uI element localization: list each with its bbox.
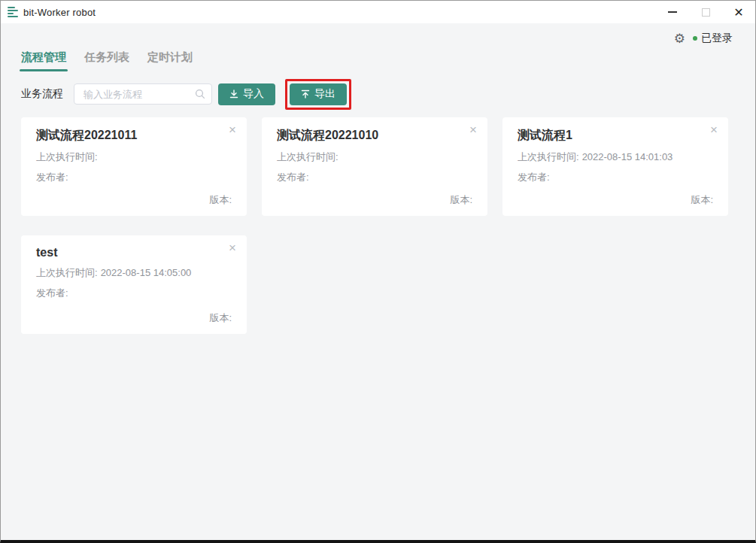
login-status: 已登录	[693, 32, 733, 45]
tab-task-list[interactable]: 任务列表	[84, 50, 129, 71]
last-run-label: 上次执行时间:	[36, 267, 98, 278]
annotation-highlight-box: 导出	[285, 79, 351, 110]
publisher-label: 发布者:	[518, 171, 550, 183]
close-icon[interactable]: ×	[229, 123, 236, 136]
search-icon	[195, 89, 205, 99]
import-button-label: 导入	[243, 87, 264, 101]
gear-icon[interactable]: ⚙	[674, 32, 685, 45]
publisher-label: 发布者:	[36, 171, 68, 183]
last-run-label: 上次执行时间:	[518, 151, 579, 162]
close-icon[interactable]: ×	[229, 241, 236, 254]
publisher-label: 发布者:	[277, 171, 309, 183]
title-bar: bit-Worker robot ✕	[1, 1, 755, 23]
version-label: 版本:	[450, 194, 472, 205]
version-row: 版本:	[209, 311, 232, 325]
version-row: 版本:	[209, 193, 232, 207]
version-row: 版本:	[691, 193, 713, 207]
last-run-label: 上次执行时间:	[36, 151, 98, 162]
window-controls: ✕	[656, 1, 755, 23]
flow-card-title: 测试流程1	[518, 128, 713, 144]
publisher-row: 发布者:	[36, 171, 232, 184]
last-run-row: 上次执行时间:2022-08-15 14:05:00	[36, 266, 232, 280]
flow-card[interactable]: × test 上次执行时间:2022-08-15 14:05:00 发布者: 版…	[21, 235, 247, 334]
app-logo-icon	[8, 7, 18, 17]
export-button-label: 导出	[314, 87, 335, 101]
last-run-value: 2022-08-15 14:01:03	[582, 151, 673, 162]
version-label: 版本:	[691, 194, 713, 205]
close-button[interactable]: ✕	[722, 1, 755, 23]
publisher-row: 发布者:	[36, 287, 232, 300]
status-row: ⚙ 已登录	[21, 28, 735, 49]
tab-bar: 流程管理 任务列表 定时计划	[21, 50, 735, 71]
flow-card-title: 测试流程20221010	[277, 128, 472, 144]
tab-schedule[interactable]: 定时计划	[147, 50, 193, 71]
last-run-row: 上次执行时间:	[277, 150, 472, 164]
flow-card[interactable]: × 测试流程20221010 上次执行时间: 发布者: 版本:	[262, 117, 487, 216]
maximize-icon	[702, 8, 710, 17]
business-flow-label: 业务流程	[21, 87, 63, 101]
close-icon[interactable]: ×	[710, 123, 718, 136]
last-run-row: 上次执行时间:	[36, 150, 232, 164]
main-content: ⚙ 已登录 流程管理 任务列表 定时计划 业务流程	[1, 28, 755, 334]
toolbar: 业务流程 导入 导出	[21, 77, 735, 111]
search-box	[74, 83, 212, 105]
flow-card[interactable]: × 测试流程1 上次执行时间:2022-08-15 14:01:03 发布者: …	[502, 117, 728, 216]
publisher-row: 发布者:	[277, 171, 472, 184]
import-button[interactable]: 导入	[218, 83, 275, 105]
last-run-value: 2022-08-15 14:05:00	[101, 267, 192, 278]
app-title: bit-Worker robot	[23, 7, 96, 18]
tab-process-management[interactable]: 流程管理	[21, 50, 66, 71]
download-icon	[229, 89, 238, 99]
app-window: bit-Worker robot ✕ ⚙ 已登录 流程管理 任务列表 定时计划 …	[0, 0, 756, 543]
maximize-button[interactable]	[689, 1, 722, 23]
export-button[interactable]: 导出	[290, 83, 347, 105]
upload-icon	[301, 89, 310, 99]
minimize-button[interactable]	[656, 1, 689, 23]
status-dot-icon	[693, 36, 697, 41]
flow-card-title: 测试流程20221011	[36, 128, 232, 144]
close-icon[interactable]: ×	[469, 123, 477, 136]
minimize-icon	[668, 11, 677, 13]
flow-card-title: test	[36, 246, 232, 259]
last-run-row: 上次执行时间:2022-08-15 14:01:03	[518, 150, 713, 164]
last-run-label: 上次执行时间:	[277, 151, 339, 162]
publisher-row: 发布者:	[518, 171, 713, 184]
login-status-text: 已登录	[701, 32, 733, 45]
publisher-label: 发布者:	[36, 287, 68, 299]
version-label: 版本:	[209, 194, 232, 205]
version-label: 版本:	[209, 312, 232, 323]
flow-card[interactable]: × 测试流程20221011 上次执行时间: 发布者: 版本:	[21, 117, 247, 216]
flow-card-grid: × 测试流程20221011 上次执行时间: 发布者: 版本: × 测试流程20…	[21, 117, 735, 334]
version-row: 版本:	[450, 193, 472, 207]
search-input[interactable]	[74, 84, 187, 104]
